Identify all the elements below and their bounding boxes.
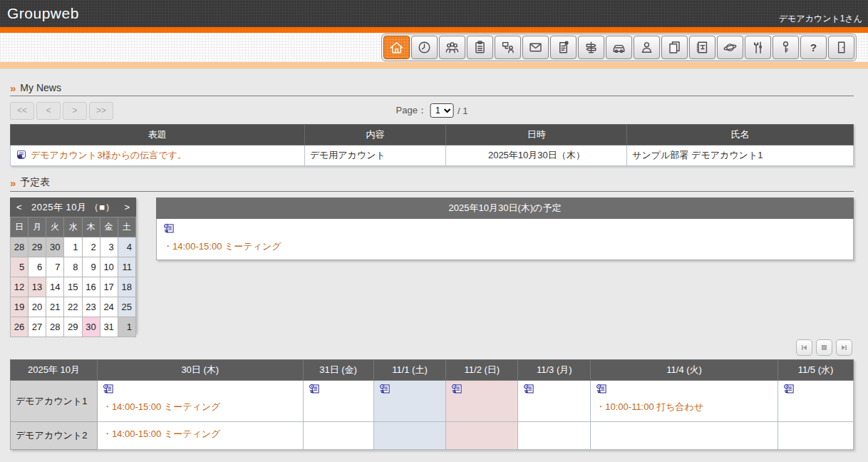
home-icon xyxy=(388,39,405,56)
weekday-thu: 木 xyxy=(82,217,100,237)
calendar-day[interactable]: 19 xyxy=(11,297,29,317)
calendar-day[interactable]: 16 xyxy=(82,277,100,297)
schedule-entry-icon[interactable] xyxy=(783,383,795,395)
calendar-day[interactable]: 4 xyxy=(118,237,135,257)
calendar-day[interactable]: 25 xyxy=(118,297,135,317)
calendar-day[interactable]: 11 xyxy=(118,257,135,277)
step-forward-button[interactable] xyxy=(836,339,852,356)
schedule-cell[interactable] xyxy=(303,422,373,450)
calendar-day[interactable]: 23 xyxy=(82,297,100,317)
news-row: デモアカウント3様からの伝言です。デモ用アカウント2025年10月30日（木）サ… xyxy=(11,145,854,166)
calendar-day[interactable]: 29 xyxy=(64,317,82,337)
stop-button[interactable] xyxy=(816,339,832,356)
schedule-entry-icon[interactable] xyxy=(103,383,115,395)
news-subject-link[interactable]: デモアカウント3様からの伝言です。 xyxy=(31,150,187,160)
schedule-cell[interactable] xyxy=(373,422,446,450)
week-schedule-table: 2025年 10月 30日 (木) 31日 (金) 11/1 (土) 11/2 … xyxy=(10,359,854,450)
schedule-cell[interactable]: ・14:00-15:00 ミーティング xyxy=(97,422,303,450)
calendar-day[interactable]: 21 xyxy=(46,297,64,317)
month-view-link[interactable]: （■） xyxy=(90,202,115,212)
calendar-day[interactable]: 1 xyxy=(118,317,135,337)
calendar-day[interactable]: 6 xyxy=(29,257,46,277)
calendar-day[interactable]: 2 xyxy=(82,237,100,257)
mail-button[interactable] xyxy=(522,36,549,59)
question-icon: ? xyxy=(805,39,822,56)
message-board-button[interactable] xyxy=(495,36,521,59)
calendar-day[interactable]: 9 xyxy=(82,257,100,277)
schedule-entry-icon[interactable] xyxy=(523,383,535,395)
schedule-cell[interactable] xyxy=(778,422,854,450)
first-page-button[interactable]: << xyxy=(10,102,34,120)
planet-button[interactable] xyxy=(717,36,743,59)
event-link[interactable]: ・14:00-15:00 ミーティング xyxy=(163,241,281,252)
calendar-day[interactable]: 28 xyxy=(11,237,29,257)
schedule-cell[interactable]: ・14:00-15:00 ミーティング xyxy=(97,381,303,422)
calendar-day[interactable]: 31 xyxy=(100,317,118,337)
calendar-day[interactable]: 8 xyxy=(64,257,82,277)
calendar-day[interactable]: 26 xyxy=(11,317,29,337)
clock-button[interactable] xyxy=(411,36,438,59)
copies-button[interactable] xyxy=(661,36,688,59)
step-backward-button[interactable] xyxy=(796,339,812,356)
question-button[interactable]: ? xyxy=(800,36,827,59)
memo-button[interactable] xyxy=(550,36,577,59)
month-label: 2025年 10月 xyxy=(31,202,87,212)
schedule-entry-icon[interactable] xyxy=(309,383,321,395)
calendar-day[interactable]: 14 xyxy=(46,277,64,297)
calendar-day[interactable]: 15 xyxy=(64,277,82,297)
signpost-button[interactable] xyxy=(578,36,604,59)
calendar-day[interactable]: 28 xyxy=(46,317,64,337)
divider xyxy=(10,191,854,192)
schedule-cell[interactable] xyxy=(778,381,854,422)
calendar-day[interactable]: 27 xyxy=(29,317,46,337)
calendar-day[interactable]: 22 xyxy=(64,297,82,317)
calendar-day[interactable]: 3 xyxy=(100,237,118,257)
calendar-day[interactable]: 20 xyxy=(29,297,46,317)
next-page-button[interactable]: > xyxy=(63,102,87,120)
notebook-button[interactable] xyxy=(689,36,715,59)
person-button[interactable] xyxy=(634,36,660,59)
schedule-cell[interactable] xyxy=(446,381,518,422)
schedule-cell[interactable] xyxy=(303,381,373,422)
clipboard-button[interactable] xyxy=(467,36,493,59)
calendar-day[interactable]: 10 xyxy=(100,257,118,277)
news-col-datetime: 日時 xyxy=(446,125,627,145)
tools-button[interactable] xyxy=(745,36,771,59)
calendar-day[interactable]: 12 xyxy=(11,277,29,297)
calendar-day[interactable]: 24 xyxy=(100,297,118,317)
event-link[interactable]: ・10:00-11:00 打ち合わせ xyxy=(596,401,703,412)
schedule-cell[interactable] xyxy=(591,422,778,450)
prev-page-button[interactable]: < xyxy=(36,102,61,120)
door-button[interactable] xyxy=(828,36,854,59)
section-marker-icon: » xyxy=(10,178,16,188)
schedule-cell[interactable] xyxy=(518,381,591,422)
calendar-day[interactable]: 30 xyxy=(82,317,100,337)
calendar-day[interactable]: 29 xyxy=(29,237,46,257)
event-link[interactable]: ・14:00-15:00 ミーティング xyxy=(103,428,221,439)
schedule-cell[interactable] xyxy=(373,381,446,422)
calendar-day[interactable]: 17 xyxy=(100,277,118,297)
schedule-cell[interactable] xyxy=(518,422,591,450)
calendar-day[interactable]: 13 xyxy=(29,277,46,297)
key-button[interactable] xyxy=(773,36,799,59)
schedule-entry-icon[interactable] xyxy=(596,383,608,395)
last-page-button[interactable]: >> xyxy=(89,102,113,120)
prev-month-button[interactable]: < xyxy=(10,202,29,212)
schedule-entry-icon[interactable] xyxy=(379,383,391,395)
calendar-day[interactable]: 30 xyxy=(46,237,64,257)
week-col-sun: 11/2 (日) xyxy=(446,360,518,381)
calendar-day[interactable]: 7 xyxy=(46,257,64,277)
calendar-day[interactable]: 1 xyxy=(64,237,82,257)
schedule-entry-icon[interactable] xyxy=(163,222,175,235)
home-button[interactable] xyxy=(383,36,410,59)
event-link[interactable]: ・14:00-15:00 ミーティング xyxy=(103,401,221,412)
schedule-cell[interactable]: ・10:00-11:00 打ち合わせ xyxy=(591,381,778,422)
next-month-button[interactable]: > xyxy=(118,202,136,212)
schedule-entry-icon[interactable] xyxy=(451,383,463,395)
schedule-cell[interactable] xyxy=(446,422,518,450)
calendar-day[interactable]: 5 xyxy=(11,257,29,277)
group-button[interactable] xyxy=(439,36,465,59)
calendar-day[interactable]: 18 xyxy=(118,277,135,297)
page-select[interactable]: 1 xyxy=(430,103,454,118)
car-button[interactable] xyxy=(606,36,632,59)
